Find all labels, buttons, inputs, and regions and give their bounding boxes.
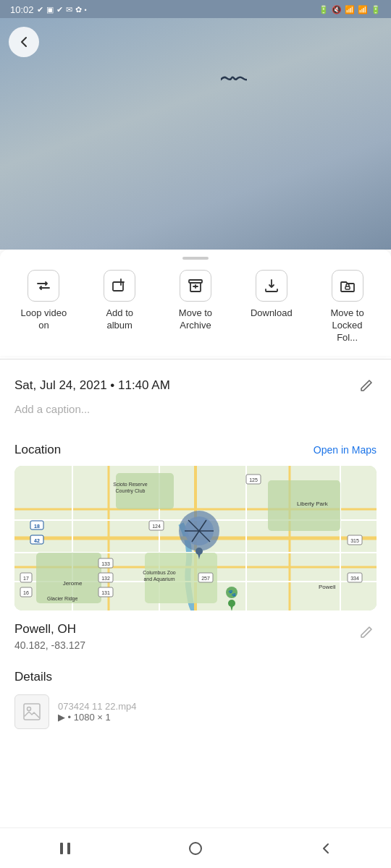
loop-video-label: Loop videoon: [21, 307, 67, 332]
svg-text:Scioto Reserve: Scioto Reserve: [113, 482, 148, 487]
details-section: Details 073424 11 22.mp4 ▶ • 1080 × 1: [0, 657, 391, 729]
add-album-icon-svg: [111, 277, 128, 294]
file-info: 073424 11 22.mp4 ▶ • 1080 × 1: [58, 701, 377, 723]
svg-rect-68: [67, 843, 70, 854]
loop-video-icon: [28, 270, 59, 302]
file-meta: ▶ • 1080 × 1: [58, 712, 377, 723]
add-to-album-icon: [104, 270, 135, 302]
action-add-to-album[interactable]: Add toalbum: [82, 270, 158, 332]
loop-icon-svg: [35, 277, 52, 294]
wifi-icon: 📶: [345, 5, 355, 14]
status-icon-mail: ✉: [66, 5, 72, 14]
download-icon: [256, 270, 287, 302]
locked-folder-icon: [332, 270, 363, 302]
file-name: 073424 11 22.mp4: [58, 701, 377, 712]
action-move-to-archive[interactable]: Move toArchive: [158, 270, 234, 332]
bottom-nav: [0, 827, 391, 868]
details-title: Details: [14, 670, 377, 684]
status-icon-check1: ✔: [37, 5, 43, 14]
status-left: 10:02 ✔ ▣ ✔ ✉ ✿ •: [10, 4, 87, 15]
file-thumbnail: [14, 694, 49, 729]
locked-folder-icon-svg: [339, 277, 356, 294]
date-row: Sat, Jul 24, 2021 • 11:40 AM: [14, 375, 377, 396]
back-button[interactable]: [9, 27, 39, 57]
svg-text:42: 42: [34, 538, 40, 543]
download-icon-svg: [263, 277, 280, 294]
location-text-block: Powell, OH 40.182, -83.127: [14, 622, 85, 657]
download-label: Download: [251, 307, 293, 320]
svg-text:132: 132: [101, 576, 110, 581]
action-download[interactable]: Download: [233, 270, 309, 320]
move-to-archive-icon: [180, 270, 211, 302]
home-icon: [187, 840, 204, 857]
location-city: Powell, OH: [14, 622, 85, 637]
photo-area: [0, 18, 391, 250]
battery-low-icon: 🔋: [371, 5, 381, 14]
svg-text:Glacier Ridge: Glacier Ridge: [47, 596, 78, 602]
battery-icon: 🔋: [319, 5, 329, 14]
actions-panel: Loop videoon Add toalbum Move toArch: [0, 250, 391, 356]
svg-rect-67: [60, 843, 63, 854]
svg-text:334: 334: [350, 576, 359, 581]
nav-home-button[interactable]: [181, 834, 210, 863]
svg-text:18: 18: [34, 524, 40, 529]
svg-text:133: 133: [101, 561, 110, 566]
nav-pause-button[interactable]: [51, 834, 80, 863]
svg-text:131: 131: [101, 590, 110, 595]
svg-point-66: [28, 707, 31, 710]
svg-text:125: 125: [249, 477, 258, 482]
svg-text:Jerome: Jerome: [63, 580, 83, 587]
map-svg: Scioto Reserve Country Club Liberty Park…: [14, 466, 377, 610]
file-row: 073424 11 22.mp4 ▶ • 1080 × 1: [14, 694, 377, 729]
svg-text:124: 124: [152, 524, 161, 529]
status-right: 🔋 🔇 📶 📶 🔋: [319, 5, 381, 14]
signal-icon: 📶: [358, 5, 368, 14]
open-maps-link[interactable]: Open in Maps: [314, 444, 377, 456]
svg-text:Columbus Zoo: Columbus Zoo: [143, 570, 176, 575]
svg-text:315: 315: [350, 538, 359, 543]
file-image-icon: [22, 702, 42, 722]
bird-silhouette: [221, 75, 247, 85]
archive-icon-svg: [187, 277, 204, 294]
svg-text:🐾: 🐾: [228, 589, 237, 597]
svg-text:Country Club: Country Club: [116, 488, 146, 494]
move-to-archive-label: Move toArchive: [179, 307, 212, 332]
mute-icon: 🔇: [332, 5, 342, 14]
caption-input[interactable]: Add a caption...: [14, 403, 377, 415]
status-time: 10:02: [10, 4, 34, 15]
nav-back-button[interactable]: [311, 834, 340, 863]
action-move-to-locked-folder[interactable]: Move toLockedFol...: [309, 270, 385, 344]
drag-handle[interactable]: [182, 257, 209, 260]
status-dot: •: [85, 7, 87, 14]
action-loop-video[interactable]: Loop videoon: [6, 270, 82, 332]
status-icon-leaf: ✿: [75, 5, 82, 14]
svg-text:257: 257: [201, 576, 210, 581]
location-title: Location: [14, 443, 61, 457]
edit-location-button[interactable]: [356, 622, 377, 642]
svg-text:17: 17: [23, 576, 29, 581]
location-section: Location Open in Maps: [0, 430, 391, 657]
nav-back-icon: [317, 840, 335, 857]
pencil-icon: [358, 378, 374, 393]
svg-rect-69: [190, 843, 201, 854]
status-icon-sim: ▣: [46, 5, 54, 14]
date-text: Sat, Jul 24, 2021 • 11:40 AM: [14, 378, 170, 393]
actions-row: Loop videoon Add toalbum Move toArch: [0, 270, 391, 350]
location-coordinates: 40.182, -83.127: [14, 639, 85, 651]
svg-rect-65: [24, 704, 40, 720]
back-arrow-icon: [17, 35, 31, 49]
locked-folder-label: Move toLockedFol...: [330, 307, 363, 344]
svg-text:and Aquarium: and Aquarium: [143, 576, 175, 582]
bottom-spacer: [0, 729, 391, 787]
svg-text:Powell: Powell: [319, 584, 336, 590]
status-bar: 10:02 ✔ ▣ ✔ ✉ ✿ • 🔋 🔇 📶 📶 🔋: [0, 0, 391, 18]
add-to-album-label: Add toalbum: [106, 307, 133, 332]
location-row: Powell, OH 40.182, -83.127: [14, 622, 377, 657]
info-section: Sat, Jul 24, 2021 • 11:40 AM Add a capti…: [0, 362, 391, 415]
pencil-location-icon: [358, 624, 374, 640]
status-icon-check2: ✔: [56, 5, 63, 14]
svg-text:16: 16: [23, 590, 29, 595]
map-container[interactable]: Scioto Reserve Country Club Liberty Park…: [14, 466, 377, 610]
edit-date-button[interactable]: [356, 375, 377, 396]
divider-1: [0, 359, 391, 359]
